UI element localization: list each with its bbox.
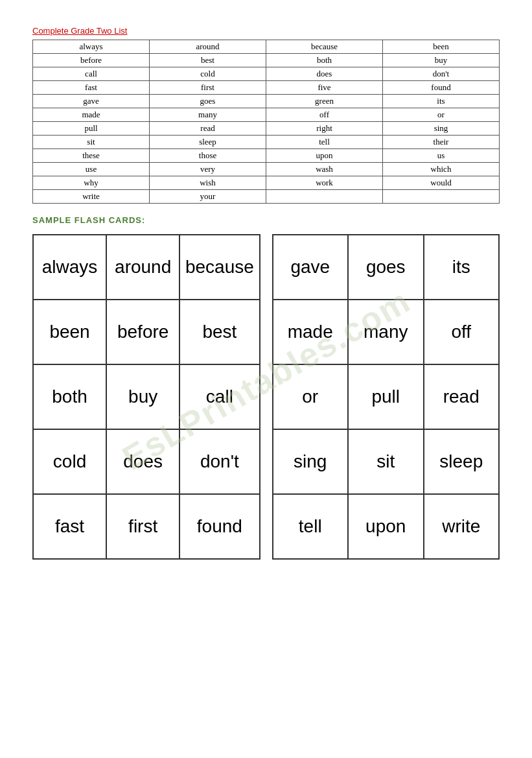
flash-card-cell: made xyxy=(273,300,349,364)
word-cell: many xyxy=(150,108,266,122)
word-cell: wash xyxy=(266,163,383,176)
word-cell: sing xyxy=(383,122,500,136)
word-cell: sit xyxy=(33,136,150,149)
flash-card-cell: tell xyxy=(273,494,349,559)
word-cell: its xyxy=(383,95,500,108)
flash-card-cell: found xyxy=(179,494,259,559)
word-cell: wish xyxy=(150,176,266,190)
flash-card-cell: gave xyxy=(273,235,349,300)
word-cell xyxy=(266,190,383,204)
word-cell: which xyxy=(383,163,500,176)
word-cell: always xyxy=(33,40,150,54)
flash-card-cell: off xyxy=(424,300,500,364)
word-cell: your xyxy=(150,190,266,204)
word-cell: best xyxy=(150,54,266,67)
flash-card-cell: call xyxy=(179,364,259,429)
word-cell: gave xyxy=(33,95,150,108)
word-cell: write xyxy=(33,190,150,204)
word-cell: pull xyxy=(33,122,150,136)
word-cell: five xyxy=(266,81,383,95)
flash-card-cell: goes xyxy=(348,235,424,300)
flash-card-cell: fast xyxy=(33,494,106,559)
flash-card-cell: both xyxy=(33,364,106,429)
flash-grid-left: alwaysaroundbecausebeenbeforebestbothbuy… xyxy=(32,234,260,560)
word-cell: very xyxy=(150,163,266,176)
word-cell: call xyxy=(33,67,150,81)
word-cell: first xyxy=(150,81,266,95)
word-cell: off xyxy=(266,108,383,122)
word-cell: upon xyxy=(266,149,383,163)
word-cell: or xyxy=(383,108,500,122)
word-cell: both xyxy=(266,54,383,67)
flash-card-cell: buy xyxy=(106,364,179,429)
flash-card-cell: sit xyxy=(348,429,424,494)
flash-card-cell: been xyxy=(33,300,106,364)
word-cell: made xyxy=(33,108,150,122)
word-cell: cold xyxy=(150,67,266,81)
word-cell: don't xyxy=(383,67,500,81)
word-cell: us xyxy=(383,149,500,163)
word-cell: those xyxy=(150,149,266,163)
flash-card-cell: pull xyxy=(348,364,424,429)
word-list-table: alwaysaroundbecausebeenbeforebestbothbuy… xyxy=(32,40,500,204)
word-cell: would xyxy=(383,176,500,190)
flash-card-cell: or xyxy=(273,364,349,429)
word-cell: found xyxy=(383,81,500,95)
word-cell xyxy=(383,190,500,204)
flash-card-cell: always xyxy=(33,235,106,300)
flash-card-cell: does xyxy=(106,429,179,494)
flash-card-cell: around xyxy=(106,235,179,300)
flash-card-cell: because xyxy=(179,235,259,300)
flash-card-cell: sleep xyxy=(424,429,500,494)
word-cell: fast xyxy=(33,81,150,95)
flash-card-cell: read xyxy=(424,364,500,429)
flash-card-cell: sing xyxy=(273,429,349,494)
flash-card-cell: before xyxy=(106,300,179,364)
word-cell: sleep xyxy=(150,136,266,149)
word-cell: their xyxy=(383,136,500,149)
word-cell: these xyxy=(33,149,150,163)
section-label: SAMPLE FLASH CARDS: xyxy=(32,215,500,225)
word-cell: right xyxy=(266,122,383,136)
word-cell: buy xyxy=(383,54,500,67)
flash-card-cell: cold xyxy=(33,429,106,494)
word-cell: goes xyxy=(150,95,266,108)
flash-card-cell: first xyxy=(106,494,179,559)
flash-card-cell: best xyxy=(179,300,259,364)
word-cell: does xyxy=(266,67,383,81)
word-cell: been xyxy=(383,40,500,54)
page-title[interactable]: Complete Grade Two List xyxy=(32,26,500,36)
flash-card-cell: many xyxy=(348,300,424,364)
flash-cards-container: alwaysaroundbecausebeenbeforebestbothbuy… xyxy=(32,234,500,560)
flash-card-cell: its xyxy=(424,235,500,300)
word-cell: green xyxy=(266,95,383,108)
word-cell: because xyxy=(266,40,383,54)
flash-card-cell: don't xyxy=(179,429,259,494)
word-cell: why xyxy=(33,176,150,190)
word-cell: use xyxy=(33,163,150,176)
flash-card-cell: upon xyxy=(348,494,424,559)
word-cell: before xyxy=(33,54,150,67)
word-cell: read xyxy=(150,122,266,136)
flash-card-cell: write xyxy=(424,494,500,559)
word-cell: work xyxy=(266,176,383,190)
word-cell: around xyxy=(150,40,266,54)
flash-grid-right: gavegoesitsmademanyofforpullreadsingsits… xyxy=(272,234,500,560)
word-cell: tell xyxy=(266,136,383,149)
